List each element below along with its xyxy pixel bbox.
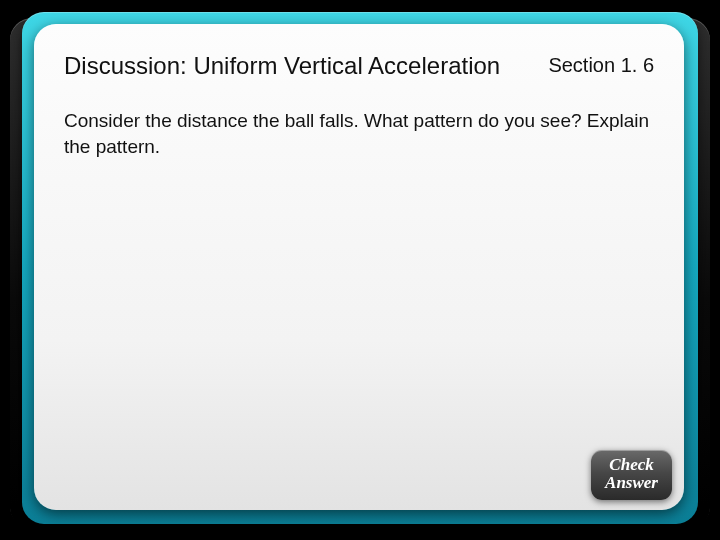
slide-body-text: Consider the distance the ball falls. Wh…	[64, 108, 654, 159]
check-answer-line1: Check	[605, 456, 658, 474]
check-answer-line2: Answer	[605, 474, 658, 492]
slide-content-card: Discussion: Uniform Vertical Acceleratio…	[34, 24, 684, 510]
section-label: Section 1. 6	[548, 52, 654, 77]
slide-title: Discussion: Uniform Vertical Acceleratio…	[64, 52, 500, 80]
check-answer-button[interactable]: Check Answer	[591, 450, 672, 500]
slide-header: Discussion: Uniform Vertical Acceleratio…	[64, 52, 654, 80]
